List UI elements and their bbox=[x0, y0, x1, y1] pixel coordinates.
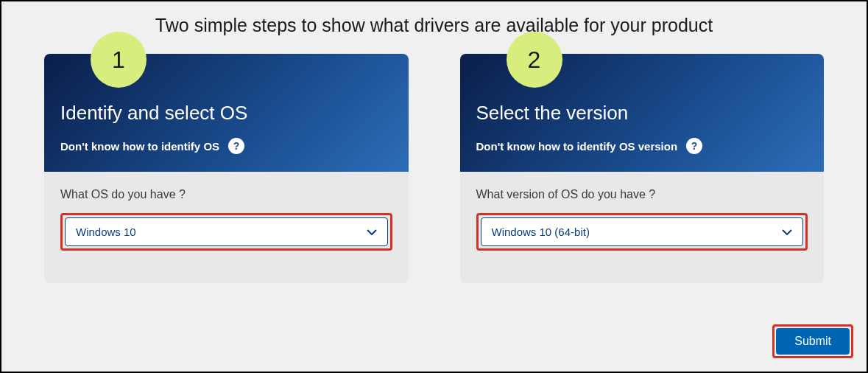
step-badge-1: 1 bbox=[91, 32, 147, 88]
help-icon[interactable]: ? bbox=[686, 138, 702, 154]
help-link-version[interactable]: Don't know how to identify OS version ? bbox=[476, 138, 808, 154]
step-card-version: 2 Select the version Don't know how to i… bbox=[460, 54, 825, 283]
submit-button[interactable]: Submit bbox=[776, 328, 850, 355]
help-link-os[interactable]: Don't know how to identify OS ? bbox=[60, 138, 392, 154]
card-title-os: Identify and select OS bbox=[60, 102, 392, 125]
select-highlight-version: Windows 10 (64-bit) bbox=[476, 213, 808, 251]
select-highlight-os: Windows 10 bbox=[60, 213, 392, 251]
step-card-os: 1 Identify and select OS Don't know how … bbox=[44, 54, 409, 283]
card-title-version: Select the version bbox=[476, 102, 808, 125]
chevron-down-icon bbox=[367, 227, 377, 237]
version-select-value: Windows 10 (64-bit) bbox=[492, 226, 590, 238]
steps-container: 1 Identify and select OS Don't know how … bbox=[1, 54, 867, 283]
card-body-version: What version of OS do you have ? Windows… bbox=[460, 172, 825, 283]
os-select-value: Windows 10 bbox=[76, 226, 136, 238]
help-text-os: Don't know how to identify OS bbox=[60, 140, 219, 153]
help-text-version: Don't know how to identify OS version bbox=[476, 140, 678, 153]
question-label-os: What OS do you have ? bbox=[60, 188, 392, 201]
question-label-version: What version of OS do you have ? bbox=[476, 188, 808, 201]
help-icon[interactable]: ? bbox=[228, 138, 244, 154]
step-badge-2: 2 bbox=[507, 32, 562, 88]
os-select[interactable]: Windows 10 bbox=[65, 217, 388, 246]
chevron-down-icon bbox=[782, 227, 792, 237]
card-body-os: What OS do you have ? Windows 10 bbox=[44, 172, 409, 283]
submit-highlight: Submit bbox=[772, 324, 853, 358]
version-select[interactable]: Windows 10 (64-bit) bbox=[481, 217, 804, 246]
